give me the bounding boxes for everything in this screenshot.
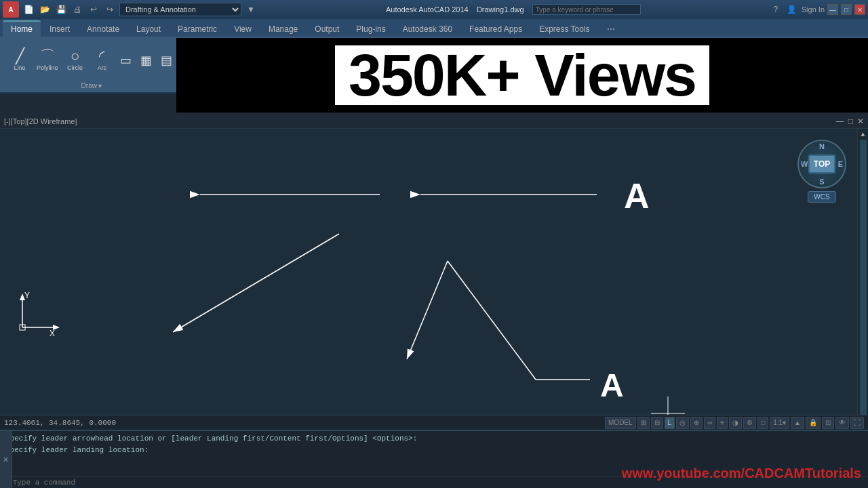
viewport-controls: — □ ✕ xyxy=(836,117,864,126)
isolate-btn[interactable]: 👁 xyxy=(835,417,849,429)
search-input[interactable] xyxy=(532,4,641,15)
ortho-btn[interactable]: L xyxy=(665,417,675,429)
polyline-label: Polyline xyxy=(37,64,58,71)
tab-layout[interactable]: Layout xyxy=(128,22,169,37)
line-icon: ╱ xyxy=(16,49,24,64)
fullscreen-btn[interactable]: ⛶ xyxy=(850,417,864,429)
tab-express[interactable]: Express Tools xyxy=(531,22,597,37)
coord-display: 123.4061, 34.8645, 0.0000 xyxy=(4,419,116,427)
annotscale-btn[interactable]: 1:1▾ xyxy=(770,417,789,429)
draw-dropdown-icon[interactable]: ▾ xyxy=(98,82,102,89)
compass-s: S xyxy=(819,178,824,186)
draw-label-text: Draw xyxy=(81,82,97,89)
line-btn[interactable]: ╱ Line xyxy=(7,47,33,73)
nav-cube: N S E W TOP WCS xyxy=(795,140,849,214)
big-overlay: 350K+ Views xyxy=(176,38,868,113)
draw-group-label[interactable]: Draw ▾ xyxy=(81,82,102,89)
app-title: Autodesk AutoCAD 2014 xyxy=(386,5,469,14)
help-btn[interactable]: ? xyxy=(769,3,783,16)
sign-in-label[interactable]: Sign In xyxy=(802,5,825,14)
minimize-viewport-btn[interactable]: — xyxy=(836,117,844,126)
ucs-svg: Y X xyxy=(12,290,60,338)
autocad-logo: A xyxy=(3,1,19,18)
hardware-btn[interactable]: ⊡ xyxy=(822,417,834,429)
save-btn[interactable]: 💾 xyxy=(54,3,68,16)
file-title: Drawing1.dwg xyxy=(477,5,524,14)
arc-btn[interactable]: ◜ Arc xyxy=(90,47,115,73)
otrack-btn[interactable]: ∞ xyxy=(704,417,715,429)
compass-n: N xyxy=(819,142,825,150)
transparency-btn[interactable]: ◑ xyxy=(729,417,742,429)
command-line-1: Specify leader arrowhead location or [le… xyxy=(5,433,863,445)
wcs-label[interactable]: WCS xyxy=(808,191,835,203)
title-bar-right: ? 👤 Sign In — □ ✕ xyxy=(769,3,865,16)
gradient-btn[interactable]: ▤ xyxy=(157,51,176,70)
maximize-btn[interactable]: □ xyxy=(841,4,852,15)
tab-extra[interactable]: ⋯ xyxy=(599,22,623,37)
tab-featured[interactable]: Featured Apps xyxy=(461,22,530,37)
rectangle-btn[interactable]: ▭ xyxy=(117,51,136,70)
workspace-dropdown[interactable]: ▼ xyxy=(244,3,258,16)
command-close-btn[interactable]: ✕ xyxy=(0,431,12,488)
snap-btn[interactable]: ⊟ xyxy=(651,417,663,429)
title-bar: A 📄 📂 💾 🖨 ↩ ↪ Drafting & Annotation ▼ Au… xyxy=(0,0,868,19)
diagonal-arrow-1 xyxy=(173,234,339,332)
close-viewport-btn[interactable]: ✕ xyxy=(857,117,864,126)
tab-manage[interactable]: Manage xyxy=(260,22,306,37)
polar-btn[interactable]: ◎ xyxy=(676,417,689,429)
title-bar-center: Autodesk AutoCAD 2014 Drawing1.dwg xyxy=(258,4,769,15)
circle-label: Circle xyxy=(67,64,83,71)
polyline-btn[interactable]: ⌒ Polyline xyxy=(34,47,61,73)
new-btn[interactable]: 📄 xyxy=(22,3,35,16)
viewport-header: [-][Top][2D Wireframe] — □ ✕ xyxy=(0,114,868,129)
minimize-btn[interactable]: — xyxy=(827,4,838,15)
osnap-btn[interactable]: ⊕ xyxy=(690,417,703,429)
ucs-y-label: Y xyxy=(24,291,30,300)
model-btn[interactable]: MODEL xyxy=(605,417,636,429)
wsswitch-btn[interactable]: ▲ xyxy=(791,417,804,429)
circle-icon: ○ xyxy=(71,49,79,64)
selection-btn[interactable]: □ xyxy=(757,417,768,429)
ucs-x-label: X xyxy=(50,329,55,338)
line-label: Line xyxy=(14,64,25,71)
command-area: ✕ Specify leader arrowhead location or [… xyxy=(0,430,868,488)
open-btn[interactable]: 📂 xyxy=(38,3,52,16)
tab-view[interactable]: View xyxy=(226,22,260,37)
tab-annotate[interactable]: Annotate xyxy=(79,22,127,37)
draw-group: ╱ Line ⌒ Polyline ○ Circle ◜ Arc ▭ ▦ ▤ xyxy=(3,38,181,91)
sign-in-btn[interactable]: 👤 xyxy=(785,3,799,16)
redo-btn[interactable]: ↪ xyxy=(103,3,117,16)
tab-insert[interactable]: Insert xyxy=(41,22,78,37)
print-btn[interactable]: 🖨 xyxy=(71,3,84,16)
tab-parametric[interactable]: Parametric xyxy=(170,22,225,37)
scroll-thumb[interactable] xyxy=(860,140,867,418)
close-btn[interactable]: ✕ xyxy=(854,4,865,15)
annotation-a1: A xyxy=(624,176,650,216)
viewport: A A Y xyxy=(0,129,868,428)
vertical-scrollbar[interactable]: ▲ ▼ xyxy=(857,129,868,428)
lock-btn[interactable]: 🔒 xyxy=(806,417,821,429)
qprops-btn[interactable]: ⚙ xyxy=(743,417,756,429)
tab-home[interactable]: Home xyxy=(3,20,41,37)
youtube-url: www.youtube.com/CADCAMTutorials xyxy=(622,466,861,481)
circle-btn[interactable]: ○ Circle xyxy=(62,47,88,73)
scroll-up-btn[interactable]: ▲ xyxy=(860,130,867,138)
viewport-label: [-][Top][2D Wireframe] xyxy=(4,117,77,125)
compass-e: E xyxy=(838,160,843,168)
title-bar-left: A 📄 📂 💾 🖨 ↩ ↪ Drafting & Annotation ▼ xyxy=(3,1,258,18)
workspace-selector[interactable]: Drafting & Annotation xyxy=(119,3,241,16)
draw-tools: ╱ Line ⌒ Polyline ○ Circle ◜ Arc ▭ ▦ ▤ xyxy=(7,39,176,81)
compass-w: W xyxy=(801,160,808,168)
tab-plugins[interactable]: Plug-ins xyxy=(348,22,393,37)
diagonal-line-1 xyxy=(448,261,536,380)
grid-btn[interactable]: ⊞ xyxy=(637,417,650,429)
maximize-viewport-btn[interactable]: □ xyxy=(848,117,853,126)
ucs-icon: Y X xyxy=(12,290,60,340)
undo-btn[interactable]: ↩ xyxy=(87,3,100,16)
hatch-btn[interactable]: ▦ xyxy=(137,51,156,70)
lineweight-btn[interactable]: ≡ xyxy=(717,417,728,429)
cube-top-face[interactable]: TOP xyxy=(808,155,835,174)
coord-status-bar: 123.4061, 34.8645, 0.0000 MODEL ⊞ ⊟ L ◎ … xyxy=(0,415,868,430)
tab-360[interactable]: Autodesk 360 xyxy=(395,22,460,37)
tab-output[interactable]: Output xyxy=(307,22,347,37)
